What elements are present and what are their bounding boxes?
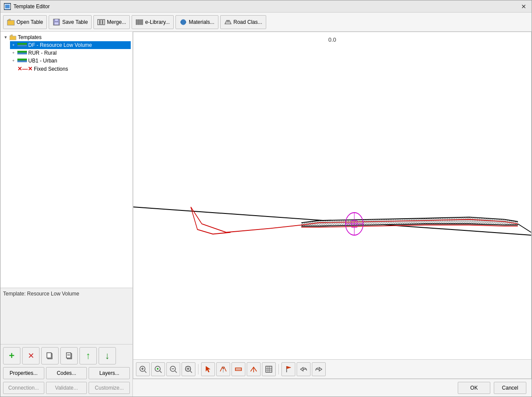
svg-rect-14 (141, 20, 143, 25)
properties-button[interactable]: Properties... (3, 367, 44, 379)
open-folder-icon (7, 18, 15, 26)
save-table-label: Save Table (62, 19, 88, 25)
df-road-icon (17, 43, 27, 47)
elibrary-button[interactable]: e-Library... (132, 15, 173, 29)
main-content: ▼ Templates + (0, 32, 532, 397)
zoom-fit-button[interactable] (151, 362, 165, 376)
svg-rect-11 (136, 20, 137, 25)
mirror-icon (219, 365, 227, 373)
tree-root: ▼ Templates + (2, 33, 131, 73)
canvas-value-label: 0.0 (328, 36, 336, 43)
svg-rect-4 (55, 19, 58, 21)
svg-rect-22 (17, 52, 27, 54)
template-info-label: Template: Resource Low Volume (3, 291, 79, 297)
extend-tool-button[interactable] (247, 362, 261, 376)
rur-label: RUR - Rural (28, 50, 56, 56)
move-down-button[interactable]: ↓ (99, 347, 116, 364)
remove-button[interactable]: ✕ (22, 347, 40, 364)
grid-icon (265, 365, 273, 373)
svg-rect-2 (7, 20, 14, 25)
bottom-action-row: Connection... Validate... Customize... (3, 382, 130, 394)
select-tool-button[interactable] (201, 362, 215, 376)
road-class-icon (224, 18, 232, 26)
add-button[interactable]: + (3, 347, 20, 364)
validate-button[interactable]: Validate... (46, 382, 87, 394)
templates-folder-icon (10, 34, 17, 40)
canvas-viewport[interactable]: 0.0 (133, 32, 531, 359)
rur-expand: + (11, 50, 16, 56)
forward-tool-button[interactable] (312, 362, 326, 376)
template-editor-window: Template Editor ✕ Open Table (0, 0, 532, 397)
zoom-in-button[interactable] (136, 362, 150, 376)
road-class-button[interactable]: Road Clas... (220, 15, 266, 29)
zoom-in-icon (139, 365, 147, 373)
tree-children: + DF - Resource Low Volume + (10, 41, 131, 73)
zoom-window-icon (185, 365, 192, 373)
left-panel: ▼ Templates + (0, 32, 133, 397)
svg-rect-5 (54, 22, 59, 25)
codes-button[interactable]: Codes... (46, 367, 87, 379)
back-icon (300, 365, 307, 373)
connection-button[interactable]: Connection... (3, 382, 44, 394)
canvas-area[interactable]: 0.0 (133, 32, 532, 379)
svg-rect-20 (17, 45, 27, 46)
svg-rect-24 (17, 60, 27, 62)
materials-button[interactable]: Materials... (175, 15, 218, 29)
zoom-fit-icon (154, 365, 162, 373)
zoom-out-button[interactable] (166, 362, 180, 376)
merge-icon (97, 18, 105, 26)
extend-icon (250, 365, 258, 373)
zoom-window-button[interactable] (182, 362, 195, 376)
action-btn-row: Properties... Codes... Layers... (3, 367, 130, 379)
svg-rect-19 (10, 36, 16, 40)
svg-rect-7 (100, 20, 102, 25)
tree-item-fixed[interactable]: ✕—✕ Fixed Sections (10, 65, 131, 73)
tree-item-df[interactable]: + DF - Resource Low Volume (10, 41, 131, 49)
trim-tool-button[interactable] (231, 362, 245, 376)
mirror-tool-button[interactable] (216, 362, 230, 376)
canvas-svg (133, 32, 531, 359)
cancel-button[interactable]: Cancel (494, 382, 526, 394)
ub1-road-icon (17, 59, 27, 63)
open-table-label: Open Table (17, 19, 43, 25)
tree-root-item[interactable]: ▼ Templates (2, 33, 131, 41)
merge-button[interactable]: Merge... (93, 15, 130, 29)
ok-button[interactable]: OK (458, 382, 490, 394)
info-panel: Template: Resource Low Volume (0, 288, 132, 345)
separator-2 (278, 364, 279, 374)
flag-icon (284, 365, 292, 373)
fixed-label: Fixed Sections (34, 66, 68, 72)
move-up-button[interactable]: ↑ (79, 347, 97, 364)
road-class-label: Road Clas... (234, 19, 262, 25)
svg-line-50 (175, 371, 177, 373)
svg-rect-13 (139, 20, 141, 25)
svg-marker-66 (287, 366, 291, 369)
layers-button[interactable]: Layers... (89, 367, 130, 379)
back-tool-button[interactable] (297, 362, 311, 376)
title-bar: Template Editor ✕ (0, 0, 532, 13)
save-table-button[interactable]: Save Table (49, 15, 92, 29)
paste-icon (65, 352, 73, 360)
svg-rect-6 (98, 20, 99, 25)
customize-button[interactable]: Customize... (89, 382, 130, 394)
tree-panel[interactable]: ▼ Templates + (0, 32, 132, 288)
ub1-label: UB1 - Urban (28, 58, 57, 64)
svg-rect-25 (17, 59, 27, 60)
tree-item-rur[interactable]: + RUR - Rural (10, 49, 131, 57)
close-button[interactable]: ✕ (519, 2, 528, 11)
separator-1 (198, 364, 198, 374)
copy-button[interactable] (41, 347, 59, 364)
bottom-buttons: + ✕ (0, 345, 132, 397)
svg-rect-12 (138, 20, 139, 25)
canvas-toolbar (133, 359, 531, 378)
svg-line-47 (160, 371, 162, 373)
open-table-button[interactable]: Open Table (3, 15, 47, 29)
fixed-expand (11, 66, 16, 72)
grid-tool-button[interactable] (262, 362, 276, 376)
rur-road-icon (17, 51, 27, 55)
tree-item-ub1[interactable]: + UB1 - Urban (10, 57, 131, 65)
right-panel: 0.0 (133, 32, 532, 397)
paste-button[interactable] (60, 347, 78, 364)
flag-tool-button[interactable] (281, 362, 295, 376)
svg-rect-21 (17, 43, 27, 45)
